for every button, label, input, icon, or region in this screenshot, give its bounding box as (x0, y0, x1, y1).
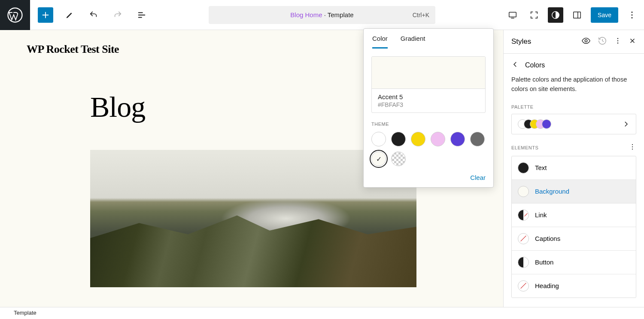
view-button[interactable] (505, 7, 520, 23)
tab-gradient[interactable]: Gradient (401, 35, 425, 49)
breadcrumb-label[interactable]: Template (14, 310, 36, 316)
theme-swatch-transparent[interactable] (391, 152, 406, 166)
sidebar-icon (572, 10, 582, 20)
list-icon (137, 10, 146, 20)
back-button[interactable] (511, 61, 519, 70)
styles-header: Styles (504, 30, 644, 54)
close-styles-button[interactable] (629, 37, 636, 46)
svg-rect-1 (509, 12, 516, 17)
colors-section-title: Colors (525, 61, 545, 69)
theme-swatches (371, 132, 486, 166)
element-swatch (518, 186, 529, 197)
settings-toggle[interactable] (569, 7, 585, 23)
element-row-heading[interactable]: Heading (512, 274, 636, 298)
wordpress-icon (7, 7, 23, 23)
footer-breadcrumb: Template (0, 307, 644, 319)
redo-button[interactable] (110, 7, 125, 23)
options-button[interactable] (624, 7, 640, 23)
contrast-icon (551, 10, 560, 20)
color-popover: Color Gradient Accent 5 #FBFAF3 THEME Cl… (363, 28, 494, 188)
palette-swatch (542, 119, 551, 129)
element-label: Link (535, 211, 547, 219)
history-icon (598, 36, 607, 46)
elements-list: TextBackgroundLinkCaptionsButtonHeading (511, 156, 636, 298)
element-swatch (518, 210, 529, 221)
element-row-captions[interactable]: Captions (512, 227, 636, 251)
color-preview-swatch (372, 57, 485, 88)
plus-icon (41, 10, 50, 20)
svg-point-10 (617, 43, 618, 43)
svg-point-5 (632, 14, 633, 15)
close-icon (629, 37, 636, 45)
theme-swatch[interactable] (371, 132, 386, 146)
element-label: Heading (535, 282, 559, 289)
element-swatch (518, 233, 529, 244)
palette-label: PALETTE (504, 102, 644, 114)
theme-swatch[interactable] (450, 132, 465, 146)
svg-point-7 (585, 39, 587, 42)
svg-rect-3 (574, 12, 581, 18)
element-swatch (518, 162, 529, 173)
revisions-button[interactable] (598, 36, 607, 47)
main-area: WP Rocket Test Site Blog Styles Colors P… (0, 30, 644, 307)
colors-description: Palette colors and the application of th… (504, 73, 644, 102)
svg-point-9 (617, 40, 618, 41)
palette-row[interactable] (511, 114, 636, 134)
element-row-button[interactable]: Button (512, 251, 636, 274)
colors-breadcrumb: Colors (504, 54, 644, 73)
element-row-link[interactable]: Link (512, 204, 636, 227)
styles-title: Styles (511, 37, 531, 46)
eye-icon (581, 36, 591, 46)
kebab-icon (627, 10, 637, 20)
element-row-background[interactable]: Background (512, 180, 636, 204)
element-swatch (518, 257, 529, 268)
color-preview[interactable]: Accent 5 #FBFAF3 (371, 56, 486, 113)
theme-swatch-selected[interactable] (371, 152, 386, 166)
color-hex: #FBFAF3 (378, 101, 479, 108)
theme-swatch[interactable] (470, 132, 485, 146)
elements-label: ELEMENTS (511, 145, 538, 150)
popover-tabs: Color Gradient (364, 29, 493, 49)
desktop-icon (508, 10, 517, 20)
toolbar-left (30, 7, 149, 23)
edit-button[interactable] (62, 7, 77, 23)
save-button[interactable]: Save (591, 7, 618, 23)
kebab-icon (614, 37, 622, 45)
undo-button[interactable] (86, 7, 101, 23)
undo-icon (89, 10, 98, 20)
expand-icon (529, 10, 539, 20)
add-block-button[interactable] (38, 7, 53, 23)
theme-swatch[interactable] (431, 132, 445, 146)
redo-icon (113, 10, 122, 20)
svg-point-13 (632, 149, 633, 149)
svg-point-8 (617, 38, 618, 39)
element-row-text[interactable]: Text (512, 156, 636, 180)
palette-swatches (518, 119, 551, 129)
theme-label: THEME (371, 122, 486, 127)
styles-toggle[interactable] (548, 7, 563, 23)
command-center-label: Blog Home · Template (290, 11, 353, 18)
svg-point-4 (632, 12, 633, 13)
topbar: Blog Home · Template Ctrl+K Save (0, 0, 644, 30)
elements-more-button[interactable] (629, 143, 636, 152)
stylebook-button[interactable] (581, 36, 591, 47)
theme-swatch[interactable] (411, 132, 425, 146)
zoom-button[interactable] (526, 7, 542, 23)
svg-point-12 (632, 146, 633, 147)
list-view-button[interactable] (134, 7, 149, 23)
kebab-icon (629, 143, 636, 151)
toolbar-right: Save (505, 7, 640, 23)
element-label: Captions (535, 235, 560, 242)
pencil-icon (65, 10, 74, 20)
theme-swatch[interactable] (391, 132, 406, 146)
chevron-left-icon (511, 61, 519, 68)
command-shortcut: Ctrl+K (413, 12, 429, 18)
chevron-right-icon (622, 120, 630, 128)
styles-panel: Styles Colors Palette colors and the app… (503, 30, 644, 307)
tab-color[interactable]: Color (372, 35, 388, 49)
element-label: Background (535, 188, 569, 195)
wp-logo[interactable] (0, 0, 30, 30)
styles-more-button[interactable] (614, 37, 622, 46)
command-center[interactable]: Blog Home · Template Ctrl+K (209, 6, 435, 24)
clear-button[interactable]: Clear (371, 174, 486, 181)
